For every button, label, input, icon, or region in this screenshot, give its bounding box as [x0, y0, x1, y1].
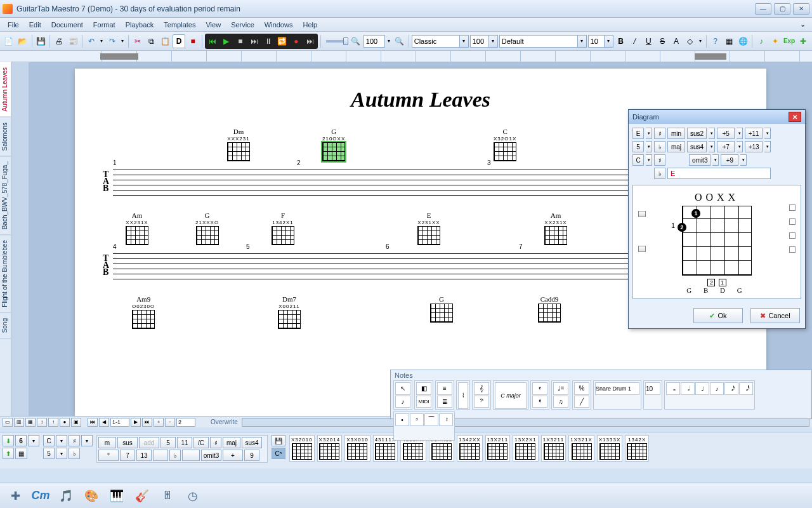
mod-flat[interactable]: ♭: [169, 450, 181, 461]
cancel-button[interactable]: ✖Cancel: [750, 308, 800, 323]
root-button[interactable]: E: [632, 128, 644, 139]
fontcolor-button[interactable]: A: [670, 34, 683, 48]
mixer-icon[interactable]: 🎚: [157, 486, 178, 505]
ok-button[interactable]: ✔Ok: [693, 308, 743, 323]
view-cont-button[interactable]: ▥: [14, 418, 24, 427]
mod-11[interactable]: 11: [177, 437, 192, 448]
note-button[interactable]: ♪: [755, 34, 768, 48]
tab-bach[interactable]: Bach_BWV_578_Fuga_: [0, 156, 11, 235]
tempo-value[interactable]: [645, 382, 660, 395]
c-dd[interactable]: ▾: [56, 435, 67, 446]
view-d-button[interactable]: ▣: [71, 418, 81, 427]
p11-button[interactable]: +11: [745, 128, 763, 139]
zoom-input[interactable]: [363, 35, 385, 48]
menu-service[interactable]: Service: [226, 19, 259, 30]
p7-button[interactable]: +7: [717, 141, 735, 152]
sharp-button[interactable]: ♯: [69, 435, 80, 446]
save-chord-button[interactable]: 💾: [272, 435, 285, 446]
menu-edit[interactable]: Edit: [24, 19, 46, 30]
note-icon[interactable]: 🎵: [56, 486, 76, 505]
tab-flight[interactable]: Flight of the Bumblebee: [0, 235, 11, 313]
diagram-check-3[interactable]: [789, 232, 796, 239]
tab-song[interactable]: Song: [0, 313, 11, 338]
chord-diagram[interactable]: Am9O0230O: [132, 295, 155, 329]
ruler-right-grip[interactable]: [695, 53, 726, 60]
chord-diagram[interactable]: CX32O1X: [494, 128, 516, 161]
capo-dd[interactable]: ▾: [646, 154, 652, 166]
menu-playback[interactable]: Playback: [121, 19, 159, 30]
maj-button[interactable]: maj: [667, 141, 685, 152]
position-input[interactable]: [110, 418, 129, 427]
time-sig2-tool[interactable]: 𝄵: [532, 396, 547, 408]
sharp-dd[interactable]: ▾: [81, 435, 93, 446]
mod-5[interactable]: 5: [160, 437, 176, 448]
lines2-tool[interactable]: ≣: [437, 396, 452, 408]
time-sig-tool[interactable]: 𝄴: [532, 382, 547, 395]
brace-tool[interactable]: 𝄔: [458, 382, 468, 409]
play-button[interactable]: ▶: [219, 34, 233, 48]
chord-diagram[interactable]: G: [430, 295, 453, 323]
mod-slash[interactable]: /C: [193, 437, 209, 448]
finger-dot-1[interactable]: 1: [691, 209, 700, 218]
open-button[interactable]: 📂: [16, 34, 29, 48]
position2-input[interactable]: [176, 418, 195, 427]
whole-note[interactable]: 𝅝: [666, 382, 680, 395]
chord-diagram[interactable]: DmXXX231: [227, 128, 250, 161]
p5-dd[interactable]: ▾: [737, 128, 743, 139]
first-button[interactable]: ⏮: [206, 34, 219, 48]
options-button[interactable]: ▦: [723, 34, 736, 48]
sus4-dd[interactable]: ▾: [709, 141, 715, 152]
timing-dropdown[interactable]: ▾: [28, 435, 39, 446]
pointer-tool[interactable]: ↖: [395, 382, 410, 395]
stop-button[interactable]: ■: [233, 34, 247, 48]
tab-salomons[interactable]: Salomons: [0, 117, 11, 156]
print-button[interactable]: 🖨: [53, 34, 65, 48]
style-size-spin[interactable]: ▾: [489, 35, 498, 48]
pos-flat-button[interactable]: ♭: [654, 141, 665, 152]
pick-down-button[interactable]: ⬇: [3, 435, 14, 446]
sus4-button[interactable]: sus4: [687, 141, 707, 152]
strike-button[interactable]: S: [656, 34, 669, 48]
eighth-note[interactable]: ♪: [710, 382, 724, 395]
tempo-slider[interactable]: [326, 40, 346, 43]
chord-diagram[interactable]: Dm7X00211: [278, 295, 301, 329]
omit3-button[interactable]: omit3: [689, 154, 710, 166]
maximize-button[interactable]: ▢: [774, 3, 790, 15]
minimize-button[interactable]: —: [755, 3, 771, 15]
view-a-button[interactable]: ↕: [37, 418, 47, 427]
capo-sharp-button[interactable]: ♯: [654, 154, 665, 166]
thirtysecond-note[interactable]: 𝅘𝅥𝅰: [739, 382, 753, 395]
undo-button[interactable]: ↶: [85, 34, 98, 48]
root-dd[interactable]: ▾: [646, 128, 652, 139]
capo-button[interactable]: C: [632, 154, 644, 166]
guitar-icon[interactable]: 🎸: [132, 486, 152, 505]
tool-button[interactable]: ✚: [797, 34, 809, 48]
tuplet-tool[interactable]: ³: [410, 413, 424, 426]
cut-button[interactable]: ✂: [131, 34, 144, 48]
p9-button[interactable]: +9: [721, 154, 738, 166]
chord-diagram[interactable]: AmXX231X: [544, 211, 567, 245]
rest-tool[interactable]: 𝄽: [439, 413, 453, 426]
chord-diagram-editor[interactable]: OOXX 1 2 1 2 1 G B D G: [632, 185, 801, 299]
web-button[interactable]: 🌐: [737, 34, 749, 48]
sus2-dd[interactable]: ▾: [709, 128, 715, 139]
five-dd[interactable]: ▾: [56, 448, 67, 459]
chord-icon[interactable]: Cm: [30, 486, 51, 505]
chord-lib-button[interactable]: Cⁿ: [272, 448, 285, 459]
chord-library-item[interactable]: X3X010: [344, 435, 370, 462]
diagram-up-button[interactable]: [638, 211, 646, 217]
add-bar-button[interactable]: +: [154, 418, 164, 427]
mod-add[interactable]: add: [139, 437, 159, 448]
half-note[interactable]: 𝅗𝅥: [681, 382, 695, 395]
print-preview-button[interactable]: 📰: [67, 34, 79, 48]
diagram-down-button[interactable]: [638, 246, 646, 252]
view-b-button[interactable]: ↑: [48, 418, 58, 427]
redo-dropdown[interactable]: ▾: [120, 34, 126, 48]
capo-flat-button[interactable]: ♭: [654, 168, 665, 179]
zoom-in-button[interactable]: 🔍: [393, 34, 406, 48]
mod-empty1[interactable]: [153, 450, 168, 461]
min-button[interactable]: min: [667, 128, 685, 139]
chord-diagram[interactable]: G21XXXO: [195, 211, 219, 245]
clean-button[interactable]: ✦: [769, 34, 782, 48]
italic-button[interactable]: /: [629, 34, 641, 48]
